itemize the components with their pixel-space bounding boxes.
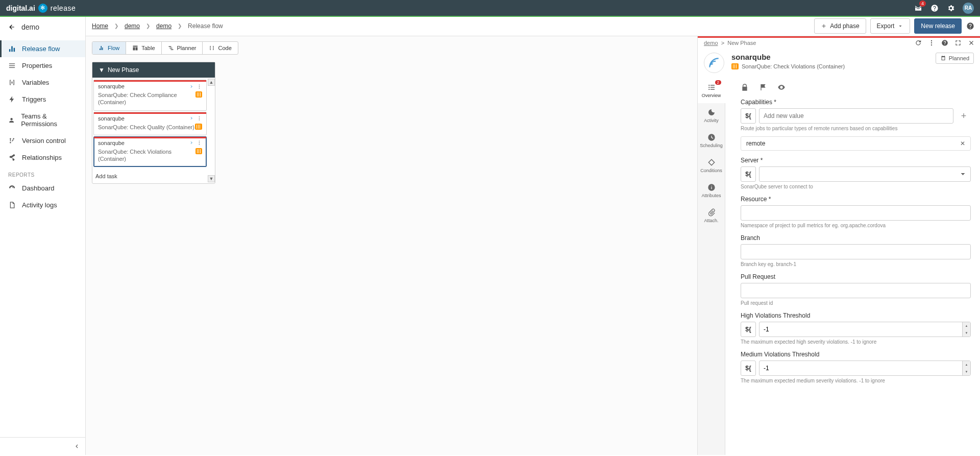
branch-input[interactable]	[741, 244, 971, 259]
sonarqube-logo-icon	[704, 53, 724, 73]
back-icon[interactable]	[8, 23, 15, 31]
variable-button[interactable]: ${	[741, 108, 756, 124]
phase-card: ▼ New Phase ▲ sonarqube	[92, 62, 215, 184]
server-label: Server *	[741, 157, 971, 164]
attachment-icon	[707, 208, 716, 217]
scroll-down-button[interactable]: ▼	[208, 175, 215, 182]
detail-title: sonarqube	[731, 53, 845, 61]
resource-help: Namespace of project to pull metrics for…	[741, 223, 971, 228]
breadcrumb-folder[interactable]: demo	[125, 22, 140, 30]
remove-capability-button[interactable]: ✕	[960, 140, 965, 147]
document-icon	[8, 201, 16, 209]
task-card[interactable]: sonarqube SonarQube: Check Compliance (C…	[93, 80, 207, 111]
more-vertical-icon[interactable]	[197, 115, 202, 121]
sidebar-item-version[interactable]: Version control	[0, 132, 85, 149]
high-threshold-input[interactable]	[759, 322, 971, 337]
notifications-icon[interactable]: 4	[914, 4, 923, 13]
svg-point-7	[199, 142, 200, 143]
view-tabs: Flow Table Planner Code	[92, 41, 238, 55]
variable-button[interactable]: ${	[741, 322, 756, 337]
more-vertical-icon[interactable]	[197, 140, 202, 146]
capabilities-input[interactable]	[759, 108, 953, 124]
sidebar-item-relationships[interactable]: Relationships	[0, 149, 85, 166]
lock-icon[interactable]	[741, 83, 749, 91]
add-phase-button[interactable]: Add phase	[814, 18, 866, 34]
breadcrumb-home[interactable]: Home	[92, 22, 108, 30]
svg-point-8	[199, 144, 200, 145]
refresh-icon[interactable]	[915, 39, 922, 46]
capability-tag: remote ✕	[741, 136, 971, 151]
detail-bc-phase: New Phase	[727, 40, 756, 46]
tab-overview[interactable]: 2 Overview	[698, 78, 725, 103]
arrow-icon	[188, 84, 193, 89]
sidebar-item-variables[interactable]: Variables	[0, 74, 85, 91]
med-threshold-input[interactable]	[759, 361, 971, 376]
variable-button[interactable]: ${	[741, 166, 756, 182]
breadcrumb-release[interactable]: demo	[156, 22, 172, 30]
status-badge[interactable]: Planned	[936, 53, 974, 64]
eye-icon[interactable]	[777, 83, 786, 91]
chevron-left-icon	[73, 443, 80, 450]
svg-point-4	[199, 118, 200, 119]
svg-point-2	[199, 87, 200, 88]
task-card-selected[interactable]: sonarqube SonarQube: Check Violations (C…	[93, 136, 207, 167]
tab-conditions[interactable]: Conditions	[698, 153, 725, 178]
sidebar-item-properties[interactable]: Properties	[0, 57, 85, 74]
list-icon	[707, 83, 716, 91]
svg-point-11	[931, 44, 932, 45]
flag-icon[interactable]	[759, 83, 767, 91]
add-task-button[interactable]: Add task	[92, 169, 215, 183]
server-select[interactable]	[759, 166, 971, 182]
pr-input[interactable]	[741, 283, 971, 298]
sidebar-item-triggers[interactable]: Triggers	[0, 91, 85, 108]
sidebar-item-label: Triggers	[22, 95, 46, 103]
tab-attributes[interactable]: Attributes	[698, 178, 725, 203]
code-icon	[209, 45, 215, 51]
tab-activity[interactable]: Activity	[698, 103, 725, 128]
sidebar-item-teams[interactable]: Teams & Permissions	[0, 108, 85, 132]
sidebar-title: demo	[21, 23, 39, 31]
resource-input[interactable]	[741, 205, 971, 221]
number-spinner[interactable]: ▲▼	[962, 361, 970, 375]
close-icon[interactable]	[968, 39, 975, 46]
tab-scheduling[interactable]: Scheduling	[698, 128, 725, 153]
add-capability-button[interactable]: +	[957, 108, 971, 124]
svg-point-6	[199, 141, 200, 142]
sidebar-header: demo	[0, 16, 85, 38]
export-button[interactable]: Export	[870, 18, 911, 34]
variable-button[interactable]: ${	[741, 361, 756, 376]
detail-bc-root[interactable]: demo	[704, 40, 718, 46]
sidebar-collapse[interactable]	[0, 437, 85, 455]
field-pull-request: Pull Request Pull request id	[741, 273, 971, 306]
tab-planner[interactable]: Planner	[162, 42, 203, 54]
help-icon[interactable]	[930, 4, 939, 13]
more-vertical-icon[interactable]	[197, 84, 202, 89]
more-vertical-icon[interactable]	[928, 39, 935, 46]
sidebar-item-release-flow[interactable]: Release flow	[0, 40, 85, 57]
user-avatar[interactable]: RA	[963, 3, 974, 14]
breadcrumb: Home ❯ demo ❯ demo ❯ Release flow	[92, 22, 223, 30]
capabilities-label: Capabilities *	[741, 99, 971, 106]
task-name: sonarqube	[98, 140, 125, 146]
task-card[interactable]: sonarqube SonarQube: Check Quality (Cont…	[93, 112, 207, 135]
number-spinner[interactable]: ▲▼	[962, 322, 970, 337]
scroll-up-button[interactable]: ▲	[208, 79, 215, 86]
sidebar-item-activity[interactable]: Activity logs	[0, 197, 85, 213]
tab-table[interactable]: Table	[126, 42, 161, 54]
tab-code[interactable]: Code	[203, 42, 237, 54]
high-help: The maximum expected high severity viola…	[741, 339, 971, 345]
svg-point-3	[199, 116, 200, 117]
help-icon[interactable]	[966, 21, 975, 31]
pr-label: Pull Request	[741, 273, 971, 280]
arrow-icon	[188, 115, 193, 121]
brand-main: digital.ai	[6, 4, 35, 12]
settings-icon[interactable]	[946, 4, 955, 13]
tab-flow[interactable]: Flow	[92, 42, 126, 54]
sidebar-item-dashboard[interactable]: Dashboard	[0, 180, 85, 197]
tab-attachments[interactable]: Attach.	[698, 203, 725, 228]
expand-icon[interactable]	[954, 39, 962, 46]
help-icon[interactable]	[941, 39, 948, 46]
phase-header[interactable]: ▼ New Phase	[92, 62, 215, 78]
topbar: digital.ai ✻ release 4 RA	[0, 0, 980, 16]
new-release-button[interactable]: New release	[914, 18, 962, 34]
